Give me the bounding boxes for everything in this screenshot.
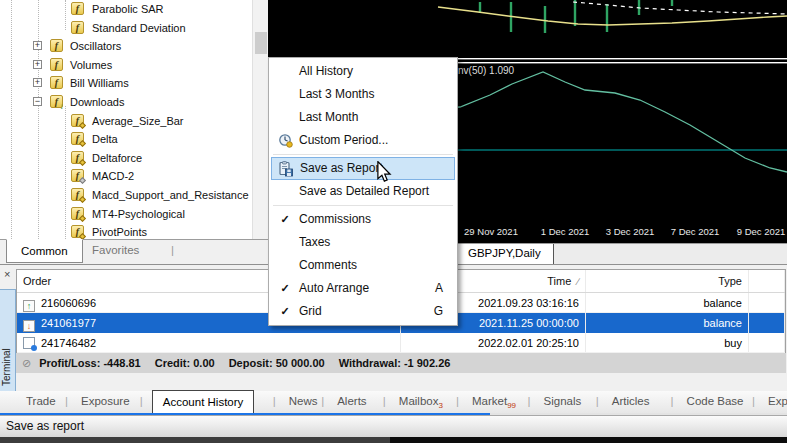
terminal-tab-code-base[interactable]: Code Base	[683, 391, 748, 413]
menu-item-gutter	[275, 158, 297, 181]
order-number: 241061977	[41, 317, 96, 329]
expand-plus-icon[interactable]: +	[33, 60, 42, 69]
scrollbar-thumb[interactable]	[255, 32, 267, 54]
tree-item-label: Average_Size_Bar	[92, 112, 184, 131]
menu-item-comments[interactable]: Comments	[269, 254, 457, 277]
expand-plus-icon[interactable]: +	[33, 78, 42, 87]
menu-item-save-as-detailed-report[interactable]: Save as Detailed Report	[269, 180, 457, 203]
column-header-type[interactable]: Type	[586, 270, 749, 292]
terminal-tab-alerts[interactable]: Alerts	[333, 391, 370, 413]
terminal-tab-exposure[interactable]: Exposure	[77, 391, 134, 413]
tab-separator: |	[383, 391, 386, 413]
navigator-scrollbar[interactable]	[252, 0, 268, 239]
chart-tab-gbpjpy-daily[interactable]: GBPJPY,Daily	[455, 244, 554, 265]
empty-cell	[749, 333, 785, 352]
tab-separator: |	[273, 391, 276, 413]
tab-badge-count: 99	[507, 401, 516, 410]
menu-item-last-month[interactable]: Last Month	[269, 106, 457, 129]
metatrader-window: fParabolic SARfStandard Deviation+fOscil…	[0, 0, 787, 443]
empty-cell	[749, 293, 785, 312]
menu-item-label: Grid	[299, 300, 322, 323]
time-axis-label: 7 Dec 2021	[671, 226, 720, 237]
menu-item-gutter	[274, 106, 296, 129]
menu-item-taxes[interactable]: Taxes	[269, 231, 457, 254]
tree-item-delta[interactable]: fDelta	[0, 130, 252, 149]
tree-item-volumes[interactable]: +fVolumes	[0, 56, 252, 75]
terminal-tab-news[interactable]: News	[285, 391, 322, 413]
time-axis-label: 29 Nov 2021	[464, 226, 518, 237]
function-icon: f	[50, 58, 63, 71]
menu-item-gutter: ✓	[274, 300, 296, 323]
table-row-order-241746482[interactable]: 2417464822022.02.01 20:25:10buy	[17, 333, 785, 353]
context-menu: All HistoryLast 3 MonthsLast MonthCustom…	[268, 57, 458, 326]
prohibited-icon: ⊘	[22, 357, 31, 369]
tree-item-label: Oscillators	[70, 37, 121, 56]
menu-item-gutter: ✓	[274, 277, 296, 300]
tree-item-macd-support-and-resistance[interactable]: fMacd_Support_and_Resistance	[0, 186, 252, 205]
tree-item-downloads[interactable]: −f↓Downloads	[0, 93, 252, 112]
tree-item-parabolic-sar[interactable]: fParabolic SAR	[0, 0, 252, 19]
indicator-value-label: nv(50) 1.090	[458, 65, 515, 76]
menu-item-custom-period[interactable]: Custom Period...	[269, 129, 457, 152]
menu-item-auto-arrange[interactable]: ✓Auto ArrangeA	[269, 277, 457, 300]
custom-indicator-icon: f	[71, 188, 84, 201]
tab-separator: |	[65, 391, 68, 413]
order-number: 216060696	[41, 297, 96, 309]
menu-item-label: Custom Period...	[299, 129, 388, 152]
menu-item-grid[interactable]: ✓GridG	[269, 300, 457, 323]
custom-indicator-icon: f	[71, 132, 84, 145]
menu-item-label: Save as Detailed Report	[299, 180, 429, 203]
menu-item-commissions[interactable]: ✓Commissions	[269, 208, 457, 231]
terminal-tab-account-history[interactable]: Account History	[152, 390, 255, 414]
collapse-minus-icon[interactable]: −	[33, 97, 42, 106]
navigator-tab-common[interactable]: Common	[6, 239, 83, 263]
menu-item-label: Taxes	[299, 231, 330, 254]
tree-item-pivotpoints[interactable]: fPivotPoints	[0, 223, 252, 239]
tab-separator: |	[596, 391, 599, 413]
terminal-tab-market[interactable]: Market99	[468, 391, 520, 413]
tree-item-label: Bill Williams	[70, 74, 129, 93]
tab-separator: |	[140, 391, 143, 413]
terminal-tab-mailbox[interactable]: Mailbox3	[395, 391, 447, 413]
tree-item-label: Deltaforce	[92, 149, 142, 168]
menu-item-all-history[interactable]: All History	[269, 60, 457, 83]
tree-item-label: Delta	[92, 130, 118, 149]
menu-item-gutter	[274, 180, 296, 203]
terminal-tab-experts[interactable]: Experts	[764, 391, 787, 413]
tab-separator: |	[671, 391, 674, 413]
tab-separator: |	[752, 391, 755, 413]
summary-profit-loss: Profit/Loss: -448.81	[39, 357, 140, 369]
terminal-tab-signals[interactable]: Signals	[540, 391, 586, 413]
tab-badge-count: 3	[438, 401, 442, 410]
tree-item-average-size-bar[interactable]: fAverage_Size_Bar	[0, 112, 252, 131]
tree-item-deltaforce[interactable]: fDeltaforce	[0, 149, 252, 168]
mouse-cursor	[376, 161, 392, 183]
time-axis-label: 1 Dec 2021	[541, 226, 590, 237]
navigator-tab-favorites[interactable]: Favorites	[78, 239, 153, 263]
menu-item-save-as-report[interactable]: Save as Report	[271, 157, 455, 180]
time-cell: 2022.02.01 20:25:10	[401, 333, 586, 352]
tree-item-bill-williams[interactable]: +fBill Williams	[0, 74, 252, 93]
menu-item-gutter: ✓	[274, 208, 296, 231]
type-cell: balance	[586, 293, 749, 312]
menu-item-label: Auto Arrange	[299, 277, 369, 300]
tree-item-macd-2[interactable]: fMACD-2	[0, 167, 252, 186]
navigator-tab-separator: |	[171, 244, 174, 256]
empty-cell	[749, 313, 785, 333]
function-icon: f	[71, 2, 84, 15]
clock-icon	[278, 133, 293, 148]
tree-item-mt4-psychological[interactable]: fMT4-Psychological	[0, 205, 252, 224]
tree-item-standard-deviation[interactable]: fStandard Deviation	[0, 19, 252, 38]
menu-item-last-3-months[interactable]: Last 3 Months	[269, 83, 457, 106]
bottom-edge-strip	[0, 437, 787, 443]
terminal-close-button[interactable]: ×	[4, 269, 10, 279]
tree-item-oscillators[interactable]: +fOscillators	[0, 37, 252, 56]
tree-item-label: MACD-2	[92, 167, 134, 186]
terminal-tab-articles[interactable]: Articles	[608, 391, 654, 413]
checkmark-icon: ✓	[280, 282, 289, 294]
terminal-tab-trade[interactable]: Trade	[22, 391, 60, 413]
menu-item-gutter	[274, 231, 296, 254]
expand-plus-icon[interactable]: +	[33, 41, 42, 50]
tree-item-label: Parabolic SAR	[92, 0, 164, 19]
order-document-icon	[23, 337, 35, 349]
